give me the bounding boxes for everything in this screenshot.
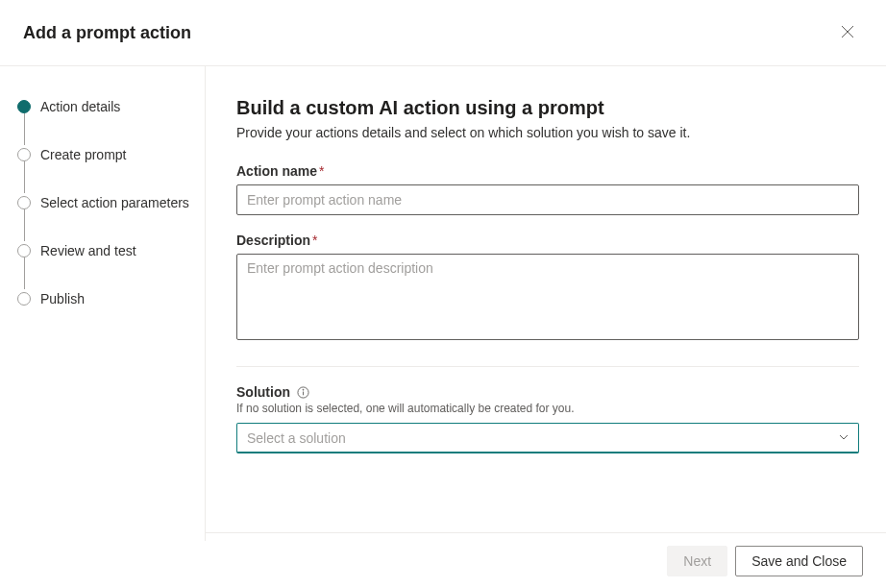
page-title: Build a custom AI action using a prompt <box>236 97 859 119</box>
step-connector <box>24 209 25 241</box>
action-name-label: Action name* <box>236 163 859 179</box>
dialog-header: Add a prompt action <box>0 0 886 66</box>
step-indicator-icon <box>17 292 31 306</box>
dialog-title: Add a prompt action <box>23 23 191 43</box>
step-create-prompt[interactable]: Create prompt <box>17 145 189 164</box>
next-button[interactable]: Next <box>667 546 727 576</box>
page-subtitle: Provide your actions details and select … <box>236 125 859 140</box>
svg-point-4 <box>303 389 304 390</box>
step-label: Review and test <box>40 243 136 258</box>
required-indicator: * <box>312 233 317 248</box>
step-connector <box>24 113 25 145</box>
step-label: Create prompt <box>40 147 126 162</box>
close-button[interactable] <box>832 17 863 48</box>
description-group: Description* <box>236 233 859 343</box>
step-connector <box>24 257 25 289</box>
save-and-close-button[interactable]: Save and Close <box>735 546 863 576</box>
solution-label: Solution <box>236 384 290 400</box>
dialog-footer: Next Save and Close <box>206 532 886 588</box>
main-panel: Build a custom AI action using a prompt … <box>206 66 886 541</box>
dialog-body: Action details Create prompt Select acti… <box>0 66 886 541</box>
solution-select[interactable]: Select a solution <box>236 423 859 453</box>
close-icon <box>841 25 854 41</box>
step-indicator-icon <box>17 196 31 209</box>
step-publish[interactable]: Publish <box>17 289 189 308</box>
section-divider <box>236 366 859 367</box>
info-icon[interactable] <box>296 385 309 399</box>
solution-label-row: Solution <box>236 384 859 400</box>
action-name-group: Action name* <box>236 163 859 215</box>
step-indicator-icon <box>17 148 31 161</box>
label-text: Action name <box>236 163 317 179</box>
step-label: Action details <box>40 99 120 114</box>
required-indicator: * <box>319 163 324 179</box>
action-name-input[interactable] <box>236 184 859 215</box>
step-label: Select action parameters <box>40 195 189 210</box>
step-indicator-icon <box>17 100 31 113</box>
label-text: Description <box>236 233 310 248</box>
description-label: Description* <box>236 233 859 248</box>
step-indicator-icon <box>17 244 31 257</box>
step-list: Action details Create prompt Select acti… <box>17 97 189 308</box>
description-input[interactable] <box>236 254 859 340</box>
solution-select-wrapper: Select a solution <box>236 423 859 453</box>
step-connector <box>24 161 25 193</box>
step-action-details[interactable]: Action details <box>17 97 189 116</box>
step-review-test[interactable]: Review and test <box>17 241 189 260</box>
step-select-parameters[interactable]: Select action parameters <box>17 193 189 212</box>
step-label: Publish <box>40 291 85 306</box>
solution-group: Solution If no solution is selected, one… <box>236 384 859 453</box>
solution-helper-text: If no solution is selected, one will aut… <box>236 402 859 415</box>
wizard-steps-sidebar: Action details Create prompt Select acti… <box>0 66 206 541</box>
